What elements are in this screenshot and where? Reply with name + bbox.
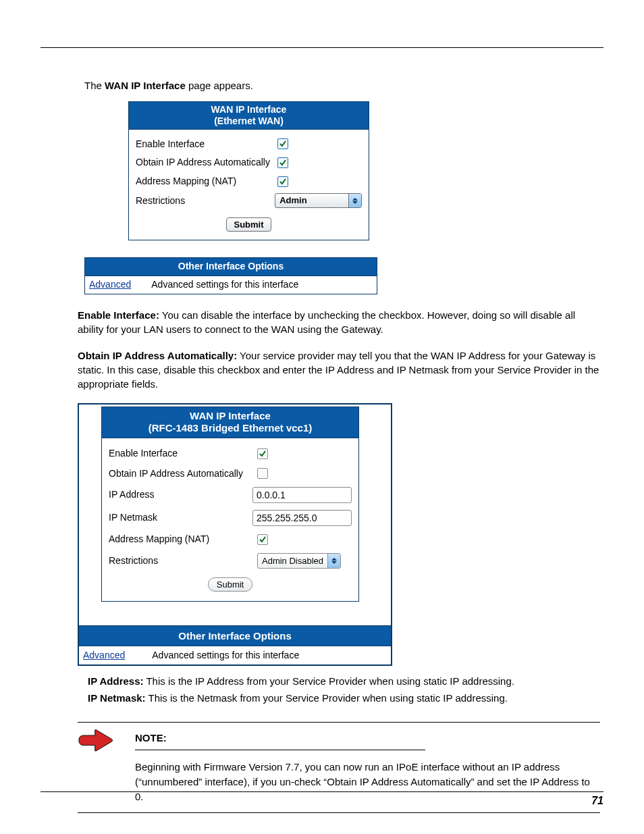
panel1-title-line1: WAN IP Interface	[211, 104, 287, 115]
intro-prefix: The	[84, 80, 105, 91]
obtain-ip-checkbox-2[interactable]	[257, 468, 268, 479]
obtain-ip-label-bold: Obtain IP Address Automatically:	[78, 350, 237, 361]
check-icon	[259, 536, 267, 544]
check-icon	[279, 159, 287, 167]
advanced-link-2[interactable]: Advanced	[83, 649, 125, 662]
enable-interface-checkbox-2[interactable]	[257, 448, 268, 459]
wan-ip-interface-panel-ethernet: WAN IP Interface (Ethernet WAN) Enable I…	[128, 101, 369, 240]
enable-interface-label-bold: Enable Interface:	[78, 309, 159, 321]
check-icon	[279, 140, 287, 148]
restrictions-label-2: Restrictions	[109, 554, 257, 568]
panel1-title-line2: (Ethernet WAN)	[214, 115, 284, 126]
ip-address-desc-text: This is the IP Address from your Service…	[144, 675, 514, 687]
enable-interface-label: Enable Interface	[136, 138, 277, 151]
check-icon	[279, 178, 287, 186]
restrictions-select-2[interactable]: Admin Disabled	[257, 553, 341, 569]
intro-bold: WAN IP Interface	[105, 80, 186, 91]
panel2-title-line1: WAN IP Interface	[190, 410, 271, 421]
obtain-ip-label: Obtain IP Address Automatically	[136, 156, 277, 170]
ip-netmask-label: IP Netmask	[109, 511, 252, 525]
other2-header: Other Interface Options	[79, 625, 391, 646]
note-body: Beginning with Firmware Version 7.7, you…	[135, 760, 600, 804]
intro-suffix: page appears.	[186, 80, 253, 91]
other1-header: Other Interface Options	[85, 258, 377, 276]
enable-interface-label-2: Enable Interface	[109, 447, 257, 461]
ip-netmask-desc-text: This is the Netmask from your Service Pr…	[146, 692, 508, 704]
panel2-header: WAN IP Interface (RFC-1483 Bridged Ether…	[102, 407, 358, 439]
ip-address-input[interactable]	[252, 487, 352, 503]
obtain-ip-label-2: Obtain IP Address Automatically	[109, 467, 257, 481]
intro-text: The WAN IP Interface page appears.	[84, 78, 600, 93]
note-title: NOTE:	[135, 731, 600, 745]
nat-checkbox[interactable]	[277, 176, 288, 187]
restrictions-value-2: Admin Disabled	[258, 554, 327, 568]
enable-interface-paragraph: Enable Interface: You can disable the in…	[78, 308, 600, 336]
panel2-title-line2: (RFC-1483 Bridged Ethernet vcc1)	[149, 422, 313, 434]
note-block: NOTE: Beginning with Firmware Version 7.…	[78, 722, 600, 812]
ip-address-desc-label: IP Address:	[88, 675, 144, 687]
nat-label: Address Mapping (NAT)	[136, 175, 277, 188]
panel1-header: WAN IP Interface (Ethernet WAN)	[129, 102, 369, 130]
dropdown-arrows-icon	[348, 194, 361, 207]
nat-checkbox-2[interactable]	[257, 534, 268, 545]
ip-address-desc: IP Address: This is the IP Address from …	[88, 674, 600, 688]
page-number: 71	[591, 795, 603, 807]
submit-button[interactable]: Submit	[226, 217, 271, 232]
advanced-link-1[interactable]: Advanced	[89, 278, 131, 292]
dropdown-arrows-icon	[327, 554, 340, 568]
restrictions-select[interactable]: Admin Disabled	[275, 193, 362, 208]
wan-ip-interface-panel-rfc1483: WAN IP Interface (RFC-1483 Bridged Ether…	[78, 403, 392, 667]
other1-desc: Advanced settings for this interface	[151, 278, 298, 292]
restrictions-value: Admin Disabled	[275, 194, 348, 207]
ip-netmask-desc-label: IP Netmask:	[88, 692, 146, 704]
restrictions-label: Restrictions	[136, 194, 275, 208]
other2-desc: Advanced settings for this interface	[152, 649, 299, 662]
submit-button-2[interactable]: Submit	[208, 577, 252, 592]
pointer-icon	[78, 728, 115, 756]
obtain-ip-paragraph: Obtain IP Address Automatically: Your se…	[78, 348, 600, 391]
enable-interface-checkbox[interactable]	[277, 138, 288, 149]
ip-netmask-desc: IP Netmask: This is the Netmask from you…	[88, 691, 600, 705]
nat-label-2: Address Mapping (NAT)	[109, 533, 257, 546]
other-interface-options-1: Other Interface Options Advanced Advance…	[84, 257, 377, 294]
ip-address-label: IP Address	[109, 488, 252, 502]
ip-netmask-input[interactable]	[252, 510, 352, 526]
check-icon	[259, 450, 267, 458]
obtain-ip-checkbox[interactable]	[277, 157, 288, 168]
